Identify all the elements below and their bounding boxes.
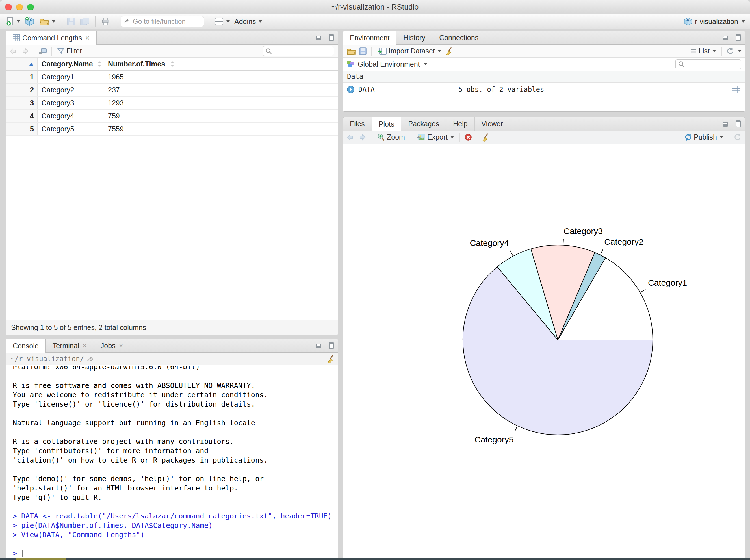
plots-pane: Files Plots Packages Help Viewer (343, 117, 745, 559)
table-cell[interactable]: Category5 (38, 123, 104, 135)
tab-viewer[interactable]: Viewer (475, 117, 510, 131)
table-cell[interactable]: 7559 (104, 123, 177, 135)
toolbar-separator (34, 47, 34, 56)
table-cell[interactable]: 1965 (104, 71, 177, 83)
project-selector[interactable]: R r-visualization (684, 17, 745, 26)
pane-layout-button[interactable] (213, 17, 231, 26)
table-row[interactable]: 3Category31293 (6, 97, 338, 109)
chevron-down-icon (451, 136, 454, 138)
remove-plot-icon[interactable] (464, 133, 472, 141)
tab-terminal[interactable]: Terminal × (46, 339, 94, 352)
tab-console[interactable]: Console (6, 339, 46, 353)
load-workspace-icon[interactable] (347, 47, 356, 55)
new-file-button[interactable] (5, 16, 21, 26)
table-cell[interactable]: 237 (104, 84, 177, 96)
table-row[interactable]: 1Category11965 (6, 71, 338, 84)
clear-plots-icon[interactable] (481, 133, 490, 142)
plot-canvas: Category1Category2Category3Category4Cate… (343, 144, 745, 558)
tab-packages[interactable]: Packages (401, 117, 446, 131)
minimize-pane-icon[interactable] (316, 34, 323, 41)
environment-search-box[interactable] (675, 59, 741, 69)
maximize-pane-icon[interactable] (734, 120, 741, 127)
clear-console-icon[interactable] (327, 355, 335, 363)
addins-button[interactable]: Addins (233, 17, 263, 26)
filter-button[interactable]: Filter (56, 46, 83, 56)
list-view-button[interactable]: List (690, 46, 717, 56)
goto-file-input[interactable] (133, 18, 195, 25)
table-search-input[interactable] (274, 47, 328, 55)
environment-object-row[interactable]: DATA 5 obs. of 2 variables (343, 82, 745, 97)
column-header-category[interactable]: Category.Name (38, 58, 104, 71)
publish-button[interactable]: Publish (683, 133, 724, 142)
view-table-icon[interactable] (732, 86, 741, 93)
table-cell[interactable]: Category4 (38, 109, 104, 122)
environment-scope-icon (347, 60, 355, 68)
save-button[interactable] (66, 17, 77, 26)
table-cell[interactable]: Category3 (38, 97, 104, 109)
section-label: Data (347, 73, 363, 81)
previous-plot-icon[interactable] (347, 134, 355, 141)
table-search-box[interactable] (263, 46, 334, 56)
open-file-button[interactable] (38, 17, 57, 26)
expand-object-icon[interactable] (347, 85, 355, 94)
chevron-down-icon (438, 50, 441, 52)
popout-window-icon[interactable] (38, 47, 47, 55)
table-cell[interactable]: 2 (6, 84, 38, 96)
tab-history[interactable]: History (396, 31, 432, 44)
back-icon[interactable] (9, 47, 18, 55)
import-dataset-icon (377, 47, 387, 55)
table-row[interactable]: 4Category4759 (6, 109, 338, 123)
table-cell[interactable]: 759 (104, 109, 177, 122)
table-cell[interactable]: 1293 (104, 97, 177, 109)
close-icon[interactable]: × (85, 34, 90, 42)
tab-files[interactable]: Files (343, 117, 372, 131)
close-icon[interactable]: × (82, 342, 87, 350)
tab-plots[interactable]: Plots (372, 117, 401, 131)
column-header-times[interactable]: Number.of.Times (104, 58, 177, 71)
minimize-pane-icon[interactable] (723, 34, 730, 41)
goto-directory-icon[interactable] (87, 356, 94, 362)
table-cell[interactable]: Category1 (38, 71, 104, 83)
environment-search-input[interactable] (686, 60, 740, 68)
next-plot-icon[interactable] (358, 134, 366, 141)
import-dataset-button[interactable]: Import Dataset (376, 46, 442, 56)
tab-connections[interactable]: Connections (432, 31, 486, 44)
table-cell[interactable]: 5 (6, 123, 38, 135)
toolbar-separator (411, 133, 411, 142)
minimize-pane-icon[interactable] (316, 342, 323, 349)
tab-command-lengths[interactable]: Command Lengths × (6, 31, 97, 45)
table-row[interactable]: 2Category2237 (6, 84, 338, 97)
export-plot-button[interactable]: Export (415, 133, 455, 142)
minimize-pane-icon[interactable] (723, 120, 730, 127)
publish-icon (684, 133, 692, 141)
zoom-plot-button[interactable]: Zoom (376, 133, 406, 142)
toolbar-separator (209, 16, 209, 26)
maximize-pane-icon[interactable] (327, 34, 334, 41)
print-button[interactable] (100, 17, 111, 26)
maximize-pane-icon[interactable] (734, 34, 741, 41)
console-prompt[interactable]: > (13, 549, 338, 558)
tab-environment[interactable]: Environment (343, 31, 396, 45)
tab-help[interactable]: Help (446, 117, 474, 131)
table-row[interactable]: 5Category57559 (6, 123, 338, 136)
save-workspace-icon[interactable] (359, 47, 367, 55)
refresh-icon[interactable] (726, 47, 734, 55)
maximize-pane-icon[interactable] (327, 342, 334, 349)
table-cell[interactable]: 4 (6, 109, 38, 122)
row-number-header[interactable] (6, 58, 38, 71)
goto-file-search[interactable] (121, 16, 204, 27)
object-name: DATA (358, 86, 375, 94)
environment-scope-label[interactable]: Global Environment (358, 60, 420, 68)
table-cell[interactable]: 1 (6, 71, 38, 83)
working-directory: ~/r-visualization/ (11, 355, 84, 363)
new-project-button[interactable]: R (24, 16, 36, 27)
refresh-plot-icon[interactable] (734, 133, 742, 141)
close-icon[interactable]: × (119, 342, 123, 350)
save-all-button[interactable] (79, 17, 91, 26)
table-cell[interactable]: Category2 (38, 84, 104, 96)
clear-environment-icon[interactable] (445, 47, 453, 55)
tab-jobs[interactable]: Jobs × (94, 339, 130, 352)
table-cell[interactable]: 3 (6, 97, 38, 109)
forward-icon[interactable] (21, 47, 29, 55)
console-output[interactable]: Platform: x86_64-apple-darwin15.6.0 (64-… (6, 366, 338, 558)
